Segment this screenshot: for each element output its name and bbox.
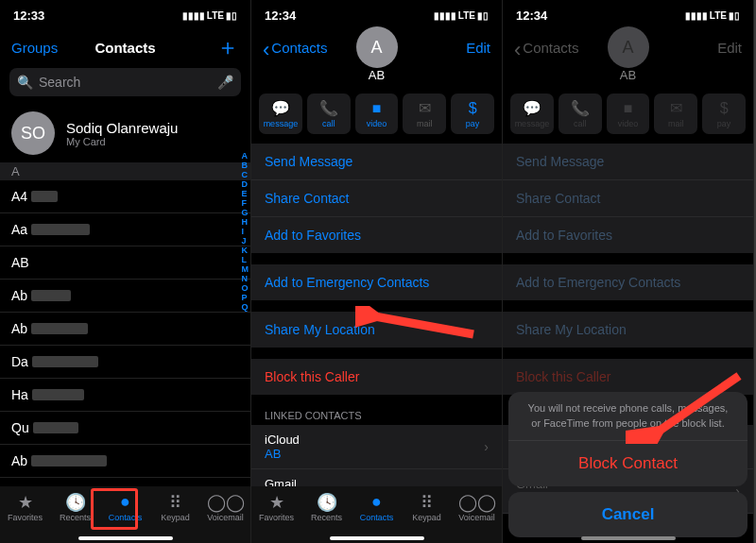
contact-row[interactable]: Ab <box>0 445 250 478</box>
tab-voicemail[interactable]: ◯◯Voicemail <box>452 492 502 543</box>
tab-contacts[interactable]: ●Contacts <box>352 492 402 543</box>
index-letter[interactable]: Q <box>242 302 249 312</box>
search-input[interactable]: 🔍 Search 🎤 <box>9 68 241 96</box>
status-bar: 12:33 ▮▮▮▮ LTE ▮▯ <box>0 0 250 30</box>
action-cell[interactable]: Share Contact <box>251 180 502 217</box>
action-cell[interactable]: Share My Location <box>251 312 502 348</box>
index-letter[interactable]: A <box>242 151 249 161</box>
contact-icon: ● <box>371 492 382 511</box>
contact-row[interactable]: Ab <box>0 280 250 313</box>
index-letter[interactable]: I <box>242 227 249 236</box>
contact-row[interactable]: A4 <box>0 180 250 213</box>
redacted-text <box>33 422 78 433</box>
mail-button: ✉mail <box>403 93 446 134</box>
pay-button[interactable]: $pay <box>451 93 494 134</box>
tab-contacts[interactable]: ●Contacts <box>100 492 150 543</box>
tab-voicemail[interactable]: ◯◯Voicemail <box>200 492 250 543</box>
tab-recents[interactable]: 🕓Recents <box>50 492 100 543</box>
home-indicator[interactable] <box>330 536 424 540</box>
contacts-list[interactable]: A4AaABAbAbDaHaQuAbACAd <box>0 180 250 486</box>
tab-favorites[interactable]: ★Favorites <box>0 492 50 543</box>
video-button[interactable]: ■video <box>355 93 399 134</box>
voicemail-icon: ◯◯ <box>458 492 496 511</box>
tab-keypad[interactable]: ⠿Keypad <box>150 492 200 543</box>
search-placeholder: Search <box>39 75 80 90</box>
battery-icon: ▮▯ <box>477 10 489 21</box>
index-letter[interactable]: K <box>242 246 249 255</box>
linked-contact-cell[interactable]: iCloudAB› <box>251 425 502 469</box>
linked-service: Gmail <box>265 477 297 486</box>
action-cell: Add to Emergency Contacts <box>503 264 753 300</box>
star-icon: ★ <box>269 492 284 511</box>
linked-contact-cell[interactable]: GmailAB› <box>251 469 502 486</box>
nav-bar: Contacts A Edit <box>251 30 502 64</box>
call-button[interactable]: 📞call <box>307 93 351 134</box>
contact-row[interactable]: Aa <box>0 213 250 246</box>
pay-button: $pay <box>702 93 746 134</box>
nav-bar: Contacts A Edit <box>503 30 753 64</box>
tab-recents[interactable]: 🕓Recents <box>301 492 352 543</box>
detail-scroll[interactable]: Send MessageShare ContactAdd to Favorite… <box>251 144 502 486</box>
index-letter[interactable]: J <box>242 236 249 246</box>
screen-block-sheet: 12:34 ▮▮▮▮ LTE ▮▯ Contacts A Edit AB 💬me… <box>503 0 754 543</box>
mic-icon[interactable]: 🎤 <box>217 75 233 90</box>
block-contact-button[interactable]: Block Contact <box>508 441 747 486</box>
mail-icon: ✉ <box>670 99 682 117</box>
my-card-name: Sodiq Olanrewaju <box>66 120 178 136</box>
index-letter[interactable]: D <box>242 179 249 189</box>
my-card[interactable]: SO Sodiq Olanrewaju My Card <box>0 104 250 162</box>
index-letter[interactable]: O <box>242 283 249 293</box>
back-button[interactable]: Contacts <box>263 40 331 56</box>
tab-keypad[interactable]: ⠿Keypad <box>402 492 452 543</box>
signal-icon: ▮▮▮▮ <box>434 10 456 21</box>
redacted-text <box>31 455 107 467</box>
network-label: LTE <box>710 10 727 21</box>
cancel-button[interactable]: Cancel <box>508 492 747 537</box>
avatar: A <box>608 26 649 68</box>
groups-button[interactable]: Groups <box>11 40 79 56</box>
phone-icon: 📞 <box>571 99 590 117</box>
index-letter[interactable]: B <box>242 161 249 170</box>
index-letter[interactable]: P <box>242 293 249 302</box>
contact-row[interactable]: Da <box>0 346 250 379</box>
chevron-right-icon: › <box>484 484 489 486</box>
contact-row[interactable]: AB <box>0 246 250 280</box>
index-letter[interactable]: C <box>242 170 249 179</box>
home-indicator[interactable] <box>581 536 676 540</box>
action-cell[interactable]: Send Message <box>251 144 502 180</box>
nav-bar: Groups Contacts ＋ <box>0 30 250 64</box>
chevron-right-icon: › <box>484 439 489 454</box>
index-letter[interactable]: H <box>242 217 249 227</box>
action-cell[interactable]: Add to Favorites <box>251 217 502 253</box>
message-icon: 💬 <box>271 99 290 117</box>
add-contact-button[interactable]: ＋ <box>216 32 239 62</box>
section-header: A <box>0 162 250 180</box>
network-label: LTE <box>458 10 475 21</box>
index-letter[interactable]: G <box>242 208 249 217</box>
contact-row[interactable]: Ab <box>0 313 250 346</box>
avatar: A <box>356 26 398 68</box>
index-letter[interactable]: M <box>242 264 249 274</box>
edit-button[interactable]: Edit <box>422 40 490 56</box>
status-right: ▮▮▮▮ LTE ▮▯ <box>685 10 740 21</box>
tab-favorites[interactable]: ★Favorites <box>251 492 301 543</box>
status-right: ▮▮▮▮ LTE ▮▯ <box>182 10 237 21</box>
contact-row[interactable]: Qu <box>0 412 250 445</box>
redacted-text <box>31 290 71 301</box>
keypad-icon: ⠿ <box>421 492 433 511</box>
contact-row[interactable]: AC <box>0 478 250 486</box>
status-time: 12:33 <box>13 8 44 23</box>
home-indicator[interactable] <box>78 536 173 540</box>
contact-row[interactable]: Ha <box>0 379 250 412</box>
redacted-text <box>32 356 98 367</box>
index-letter[interactable]: E <box>242 189 249 198</box>
redacted-text <box>31 224 90 235</box>
index-letter[interactable]: F <box>242 198 249 208</box>
index-letter[interactable]: L <box>242 255 249 264</box>
message-button[interactable]: 💬message <box>259 93 302 134</box>
index-letter[interactable]: N <box>242 274 249 283</box>
block-caller-cell[interactable]: Block this Caller <box>251 359 502 395</box>
action-cell[interactable]: Add to Emergency Contacts <box>251 264 502 300</box>
pay-icon: $ <box>469 100 477 117</box>
alpha-index[interactable]: ABCDEFGHIJKLMNOPQ <box>242 151 249 312</box>
